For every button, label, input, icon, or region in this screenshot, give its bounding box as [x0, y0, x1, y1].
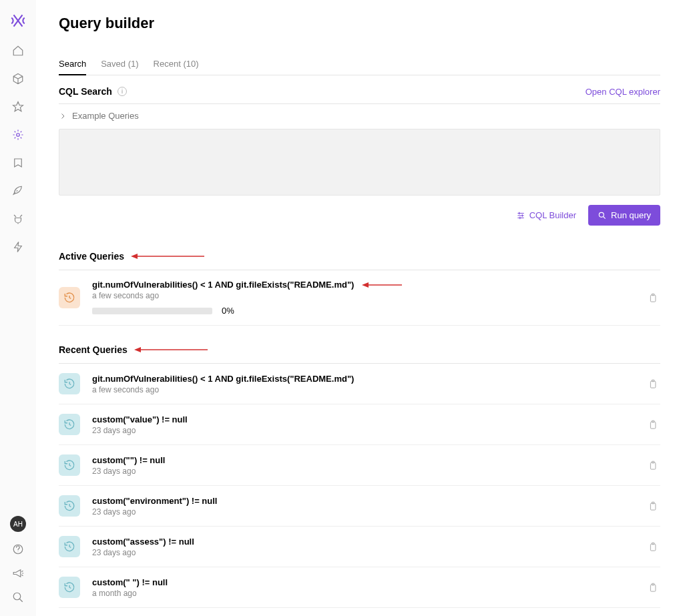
svg-rect-22 — [650, 585, 656, 591]
svg-rect-12 — [650, 381, 656, 388]
active-query-time: a few seconds ago — [92, 291, 632, 300]
cql-search-label: CQL Search i — [59, 86, 127, 97]
recent-query-row[interactable]: custom("value") != null 23 days ago — [59, 404, 660, 445]
copy-button[interactable] — [644, 501, 660, 511]
svg-marker-5 — [131, 254, 138, 259]
history-icon — [59, 577, 80, 598]
svg-point-2 — [13, 593, 21, 600]
open-cql-explorer-link[interactable]: Open CQL explorer — [586, 87, 660, 97]
copy-button[interactable] — [644, 293, 660, 303]
clipboard-icon — [648, 542, 658, 552]
recent-query-text: custom("environment") != null — [92, 496, 632, 506]
recent-query-text: custom("") != null — [92, 455, 632, 465]
tab-recent[interactable]: Recent (10) — [154, 59, 199, 75]
clipboard-icon — [648, 293, 658, 303]
annotation-arrow — [131, 254, 204, 259]
run-query-button[interactable]: Run query — [588, 205, 660, 226]
svg-point-3 — [599, 212, 604, 217]
annotation-arrow — [362, 282, 402, 288]
svg-point-0 — [17, 133, 20, 137]
recent-query-text: custom("value") != null — [92, 414, 632, 424]
copy-button[interactable] — [644, 542, 660, 552]
active-query-text: git.numOfVulnerabilities() < 1 AND git.f… — [92, 280, 632, 290]
svg-rect-13 — [652, 380, 654, 382]
tab-search[interactable]: Search — [59, 59, 86, 75]
avatar[interactable]: AH — [10, 516, 26, 532]
recent-query-row[interactable]: custom("") != null 23 days ago — [59, 445, 660, 486]
plug-icon[interactable] — [11, 212, 25, 226]
svg-rect-8 — [650, 295, 656, 302]
svg-rect-17 — [652, 461, 654, 463]
svg-rect-23 — [652, 583, 654, 585]
recent-queries-header: Recent Queries — [59, 338, 660, 364]
history-icon — [59, 536, 80, 557]
recent-query-time: a few seconds ago — [92, 385, 632, 394]
info-icon[interactable]: i — [118, 87, 127, 96]
history-icon — [59, 414, 80, 435]
svg-rect-16 — [650, 463, 656, 469]
svg-rect-14 — [650, 422, 656, 428]
gear-icon[interactable] — [11, 128, 25, 141]
svg-rect-19 — [652, 502, 654, 504]
recent-query-row[interactable]: custom("assess") != null 23 days ago — [59, 527, 660, 567]
tabs: Search Saved (1) Recent (10) — [59, 59, 660, 75]
annotation-arrow — [134, 347, 208, 352]
recent-query-text: custom(" ") != null — [92, 577, 632, 587]
copy-button[interactable] — [644, 583, 660, 593]
search-icon[interactable] — [11, 591, 25, 604]
main-content: Query builder Search Saved (1) Recent (1… — [36, 0, 683, 616]
svg-marker-7 — [362, 282, 369, 288]
tab-saved[interactable]: Saved (1) — [101, 59, 138, 75]
help-icon[interactable] — [11, 543, 25, 556]
svg-rect-20 — [650, 544, 656, 551]
sliders-icon — [516, 211, 525, 220]
recent-query-row[interactable]: custom("environment") != null 23 days ag… — [59, 486, 660, 527]
recent-query-text: custom("assess") != null — [92, 537, 632, 547]
clipboard-icon — [648, 379, 658, 389]
megaphone-icon[interactable] — [11, 567, 25, 580]
svg-rect-15 — [652, 420, 654, 422]
recent-query-time: a month ago — [92, 589, 632, 598]
active-queries-header: Active Queries — [59, 244, 660, 270]
bolt-icon[interactable] — [11, 240, 25, 254]
cql-query-input[interactable] — [59, 129, 660, 196]
search-icon — [598, 211, 607, 220]
copy-button[interactable] — [644, 420, 660, 430]
progress-percent: 0% — [222, 306, 234, 316]
recent-query-row[interactable]: custom(" ") != null a month ago — [59, 567, 660, 608]
history-icon — [59, 454, 80, 476]
sidebar: AH — [0, 0, 36, 616]
recent-query-time: 23 days ago — [92, 467, 632, 476]
avatar-initials: AH — [13, 521, 23, 528]
clipboard-icon — [648, 583, 658, 593]
logo-icon[interactable] — [9, 12, 27, 29]
chevron-right-icon — [59, 112, 67, 120]
history-icon — [59, 495, 80, 517]
clipboard-icon — [648, 420, 658, 430]
svg-rect-9 — [652, 294, 654, 296]
home-icon[interactable] — [11, 44, 25, 57]
rocket-icon[interactable] — [11, 184, 25, 198]
svg-marker-11 — [134, 347, 141, 352]
cql-builder-button[interactable]: CQL Builder — [516, 210, 576, 220]
page-title: Query builder — [59, 15, 660, 32]
copy-button[interactable] — [644, 379, 660, 389]
recent-query-row[interactable]: git.numOfVulnerabilities() < 1 AND git.f… — [59, 364, 660, 404]
clipboard-icon — [648, 501, 658, 511]
active-query-row[interactable]: git.numOfVulnerabilities() < 1 AND git.f… — [59, 270, 660, 326]
copy-button[interactable] — [644, 460, 660, 471]
cube-icon[interactable] — [11, 72, 25, 85]
star-icon[interactable] — [11, 100, 25, 113]
recent-query-text: git.numOfVulnerabilities() < 1 AND git.f… — [92, 374, 632, 384]
recent-query-time: 23 days ago — [92, 426, 632, 435]
bookmark-icon[interactable] — [11, 156, 25, 170]
history-icon — [59, 287, 80, 308]
svg-rect-21 — [652, 543, 654, 545]
example-queries-toggle[interactable]: Example Queries — [59, 104, 660, 129]
progress-bar — [92, 308, 212, 314]
history-icon — [59, 373, 80, 394]
recent-query-time: 23 days ago — [92, 507, 632, 517]
recent-query-time: 23 days ago — [92, 548, 632, 557]
clipboard-icon — [648, 460, 658, 471]
svg-rect-18 — [650, 503, 656, 510]
